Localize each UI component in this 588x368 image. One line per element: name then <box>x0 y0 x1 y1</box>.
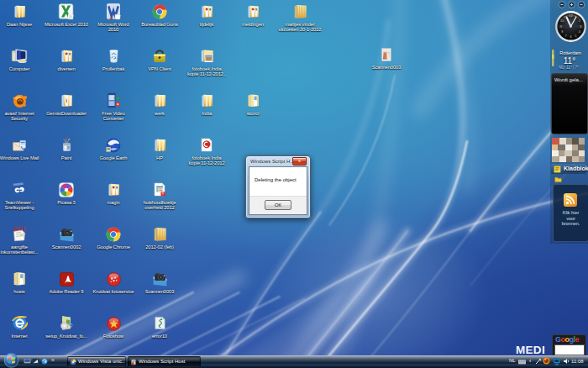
svg-text:5: 5 <box>575 34 576 38</box>
svg-text:8: 8 <box>561 29 563 34</box>
svg-text:7: 7 <box>565 34 567 38</box>
svg-text:9: 9 <box>560 24 562 29</box>
svg-text:3: 3 <box>580 24 581 29</box>
svg-text:6: 6 <box>570 34 571 39</box>
